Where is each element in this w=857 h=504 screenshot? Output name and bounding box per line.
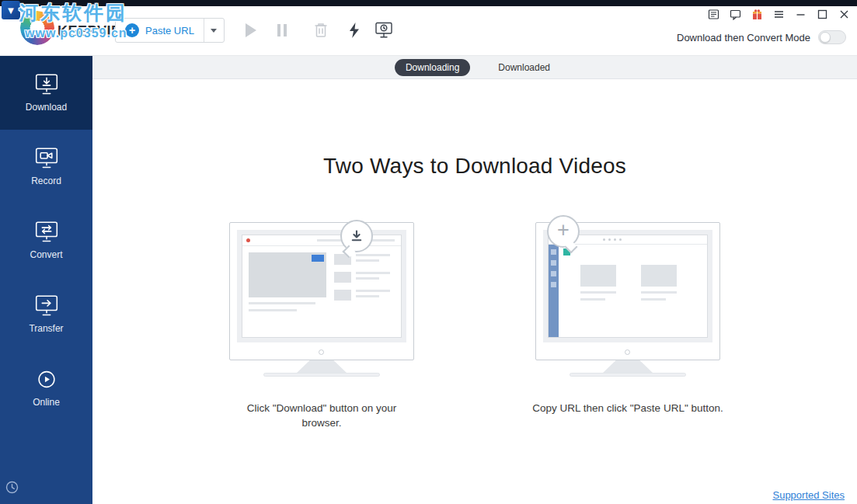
close-icon	[838, 9, 850, 20]
tabbar: Downloading Downloaded	[92, 56, 857, 79]
monitor-screen: +	[535, 222, 720, 360]
app-window: ▼ 河东软件园 www.pc0359.cn KEEPVIDPRO + Paste…	[0, 0, 857, 504]
titlebar	[0, 0, 857, 6]
tab-downloaded[interactable]: Downloaded	[493, 59, 555, 76]
sidebar-item-transfer[interactable]: Transfer	[0, 277, 92, 351]
monitor-power-dot	[319, 349, 324, 355]
pause-button[interactable]	[272, 20, 292, 40]
paste-url-card: + Copy URL then click "Paste URL" button…	[503, 222, 752, 431]
app-sidebar-mock	[549, 245, 559, 337]
paste-url-label: Paste URL	[145, 25, 194, 36]
minimize-button[interactable]	[794, 8, 807, 21]
plus-icon: +	[125, 23, 139, 37]
delete-button[interactable]	[311, 20, 331, 40]
history-button[interactable]	[5, 481, 19, 497]
schedule-button[interactable]	[374, 20, 394, 40]
transfer-icon	[35, 295, 58, 316]
browser-titlebar	[242, 235, 401, 246]
sidebar-label: Convert	[30, 249, 62, 260]
content: Two Ways to Download Videos	[92, 79, 857, 504]
video-player-mock	[249, 252, 326, 297]
plus-bubble-icon: +	[547, 215, 580, 248]
sidebar: Download Record Convert	[0, 56, 92, 504]
lightning-icon	[348, 22, 361, 39]
play-icon	[246, 23, 256, 37]
monitor-base	[570, 373, 686, 377]
cards-row: Click "Download" button on your browser.	[92, 222, 857, 431]
supported-sites-link[interactable]: Supported Sites	[772, 489, 845, 501]
monitor-stand	[297, 360, 347, 373]
maximize-button[interactable]	[816, 8, 829, 21]
online-icon	[35, 369, 58, 390]
boost-button[interactable]	[344, 20, 364, 40]
tab-downloading[interactable]: Downloading	[395, 59, 470, 76]
main-panel: Downloading Downloaded Two Ways to Downl…	[92, 56, 857, 504]
monitor-base	[263, 373, 380, 377]
main-row: Download Record Convert	[0, 56, 857, 504]
window-controls	[707, 8, 851, 21]
news-icon	[708, 9, 719, 20]
sidebar-item-download[interactable]: Download	[0, 56, 92, 130]
app-icon: ▼	[2, 1, 20, 19]
sidebar-item-record[interactable]: Record	[0, 130, 92, 203]
clock-icon	[5, 481, 19, 494]
browser-close-dot	[246, 238, 250, 242]
screen-inner	[237, 230, 406, 342]
sidebar-item-online[interactable]: Online	[0, 351, 92, 425]
sidebar-label: Transfer	[29, 323, 63, 334]
chat-icon	[730, 9, 741, 20]
paste-url-button[interactable]: + Paste URL	[115, 18, 225, 43]
hamburger-menu-icon	[773, 9, 785, 20]
mode-toggle[interactable]	[818, 30, 846, 44]
messages-button[interactable]	[729, 8, 742, 21]
pause-icon	[277, 24, 287, 36]
brand-logo-icon	[20, 11, 54, 45]
news-button[interactable]	[707, 8, 720, 21]
browser-mockup	[242, 235, 402, 338]
toolbar: KEEPVIDPRO + Paste URL	[0, 6, 857, 56]
gift-icon	[751, 9, 763, 20]
page-title: Two Ways to Download Videos	[92, 154, 857, 179]
mode-row: Download then Convert Mode	[677, 30, 846, 44]
monitor-clock-icon	[375, 22, 393, 39]
sidebar-label: Download	[26, 102, 67, 113]
gift-button[interactable]	[751, 8, 764, 21]
card-caption: Copy URL then click "Paste URL" button.	[532, 401, 723, 416]
play-button[interactable]	[241, 20, 261, 40]
download-button-mock	[312, 255, 324, 262]
download-bubble-icon	[340, 220, 373, 252]
chevron-down-icon	[211, 29, 217, 33]
monitor-screen	[229, 222, 414, 360]
browser-monitor-illustration	[229, 222, 414, 377]
download-icon	[35, 74, 58, 95]
maximize-icon	[817, 9, 828, 20]
monitor-power-dot	[625, 349, 630, 355]
paste-url-main[interactable]: + Paste URL	[116, 19, 204, 42]
paste-url-dropdown[interactable]	[204, 19, 224, 42]
video-list-mock	[334, 252, 390, 311]
sidebar-item-convert[interactable]: Convert	[0, 203, 92, 277]
brand-name-text: KEEPVID	[57, 23, 122, 39]
app-monitor-illustration: +	[535, 222, 720, 377]
sidebar-label: Online	[33, 397, 60, 408]
monitor-stand	[603, 360, 653, 373]
minimize-icon	[795, 9, 806, 20]
record-icon	[35, 148, 58, 169]
convert-icon	[35, 221, 58, 242]
toggle-knob	[820, 32, 831, 43]
card-caption: Click "Download" button on your browser.	[239, 401, 404, 431]
menu-button[interactable]	[772, 8, 786, 21]
sidebar-label: Record	[31, 176, 61, 186]
trash-icon	[313, 22, 329, 39]
mode-label: Download then Convert Mode	[677, 32, 810, 43]
download-browser-card: Click "Download" button on your browser.	[197, 222, 446, 431]
close-button[interactable]	[838, 8, 851, 21]
